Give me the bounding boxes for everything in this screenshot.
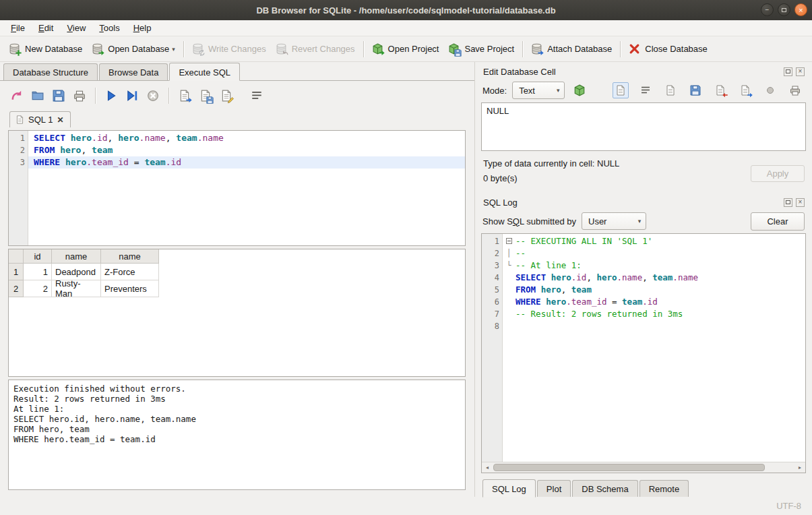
sql-editor-code: 1SELECT hero.id, hero.name, team.name2FR…: [9, 131, 465, 245]
open-database-button[interactable]: Open Database ▾: [87, 40, 180, 59]
tab-remote[interactable]: Remote: [639, 480, 689, 497]
tab-db-schema[interactable]: DB Schema: [572, 480, 637, 497]
word-wrap-icon[interactable]: [248, 87, 266, 104]
close-button[interactable]: ×: [794, 3, 807, 16]
close-database-label: Close Database: [645, 44, 708, 54]
code-text: FROM hero, team: [34, 145, 113, 155]
execution-message[interactable]: Execution finished without errors. Resul…: [8, 380, 466, 490]
results-cell[interactable]: Z-Force: [101, 264, 159, 280]
line-number: 7: [482, 308, 499, 320]
word-wrap-icon[interactable]: [637, 82, 654, 98]
minimize-button[interactable]: −: [761, 3, 774, 16]
menu-help[interactable]: Help: [127, 21, 158, 35]
save-sql-file-icon[interactable]: [50, 87, 67, 104]
results-column-header[interactable]: name: [101, 249, 159, 264]
tab-database-structure[interactable]: Database Structure: [3, 63, 98, 80]
results-row-number[interactable]: 2: [9, 280, 24, 297]
import-settings-icon[interactable]: [570, 82, 589, 99]
open-project-icon: [372, 43, 384, 55]
apply-button: Apply: [751, 165, 805, 182]
code-line[interactable]: 5FROM hero, team: [482, 284, 805, 296]
mode-select[interactable]: Text ▾: [512, 82, 565, 99]
close-tab-icon[interactable]: ✕: [57, 115, 63, 125]
code-line[interactable]: 1-- EXECUTING ALL IN 'SQL 1': [482, 235, 805, 247]
save-results-icon[interactable]: [197, 87, 214, 104]
code-text: -- Result: 2 rows returned in 3ms: [516, 309, 683, 319]
toolbar-separator: [168, 88, 169, 104]
open-sql-file-icon[interactable]: [29, 87, 46, 104]
set-null-icon[interactable]: [762, 82, 778, 98]
export-icon[interactable]: [737, 82, 753, 98]
code-text: -- EXECUTING ALL IN 'SQL 1': [516, 236, 652, 246]
results-column-header[interactable]: name: [52, 249, 101, 264]
scrollbar-track[interactable]: [493, 462, 794, 473]
results-cell[interactable]: 1: [24, 264, 52, 280]
float-glyph: [786, 200, 790, 204]
sql-editor[interactable]: 1SELECT hero.id, hero.name, team.name2FR…: [8, 130, 466, 246]
menu-edit[interactable]: Edit: [32, 21, 60, 35]
sql-log-view[interactable]: 1-- EXECUTING ALL IN 'SQL 1'2│--3└-- At …: [481, 233, 806, 473]
scroll-left-icon[interactable]: ◂: [482, 462, 493, 473]
code-line[interactable]: 2FROM hero, team: [9, 144, 465, 156]
close-panel-icon[interactable]: ×: [796, 67, 805, 76]
float-panel-icon[interactable]: [784, 198, 792, 207]
line-number: 1: [9, 132, 25, 144]
line-number: 6: [482, 296, 499, 308]
attach-database-button[interactable]: Attach Database: [526, 40, 617, 59]
tab-plot[interactable]: Plot: [537, 480, 571, 497]
code-line[interactable]: 3└-- At line 1:: [482, 260, 805, 272]
print-icon[interactable]: [787, 82, 803, 98]
encoding-indicator[interactable]: UTF-8: [776, 501, 801, 511]
code-line[interactable]: 8: [482, 320, 805, 332]
save-project-button[interactable]: Save Project: [443, 40, 519, 59]
tab-sql-log[interactable]: SQL Log: [482, 479, 536, 497]
code-line[interactable]: 3WHERE hero.team_id = team.id: [9, 156, 465, 169]
horizontal-scrollbar[interactable]: ◂ ▸: [482, 462, 805, 473]
new-database-button[interactable]: New Database: [4, 40, 87, 59]
results-cell[interactable]: Preventers: [101, 280, 159, 297]
print-icon[interactable]: [71, 87, 88, 104]
open-project-button[interactable]: Open Project: [367, 40, 444, 59]
text-mode-icon[interactable]: [613, 82, 629, 98]
close-panel-icon[interactable]: ×: [796, 198, 805, 207]
edit-sql-icon[interactable]: [218, 87, 235, 104]
import-icon[interactable]: [712, 82, 728, 98]
menu-view[interactable]: View: [60, 21, 92, 35]
table-row: 22Rusty-ManPreventers: [9, 280, 465, 297]
results-cell[interactable]: Rusty-Man: [52, 280, 101, 297]
code-line[interactable]: 7-- Result: 2 rows returned in 3ms: [482, 308, 805, 320]
results-grid[interactable]: idnamename11DeadpondZ-Force22Rusty-ManPr…: [8, 249, 466, 377]
titlebar[interactable]: DB Browser for SQLite - /home/user/code/…: [0, 0, 812, 20]
tab-browse-data[interactable]: Browse Data: [99, 63, 168, 80]
scrollbar-thumb[interactable]: [493, 464, 765, 471]
fold-marker-icon[interactable]: [504, 235, 513, 247]
new-tab-icon[interactable]: [8, 87, 26, 104]
cell-size-info: 0 byte(s): [483, 173, 751, 183]
maximize-button[interactable]: [778, 3, 790, 16]
results-cell[interactable]: 2: [24, 280, 52, 297]
submitted-by-select[interactable]: User ▾: [582, 212, 646, 230]
code-line[interactable]: 6WHERE hero.team_id = team.id: [482, 296, 805, 308]
open-results-icon[interactable]: [176, 87, 193, 104]
cell-editor[interactable]: NULL: [481, 102, 806, 151]
scroll-right-icon[interactable]: ▸: [794, 462, 805, 473]
open-database-label: Open Database: [108, 44, 169, 54]
copy-icon[interactable]: [662, 82, 679, 98]
sql-tab[interactable]: SQL 1 ✕: [9, 111, 71, 127]
code-line[interactable]: 2│--: [482, 247, 805, 260]
save-project-label: Save Project: [464, 44, 514, 54]
code-line[interactable]: 4SELECT hero.id, hero.name, team.name: [482, 272, 805, 284]
results-column-header[interactable]: id: [24, 249, 52, 264]
execute-current-line-icon[interactable]: [123, 87, 141, 104]
code-line[interactable]: 1SELECT hero.id, hero.name, team.name: [9, 132, 465, 144]
tab-execute-sql[interactable]: Execute SQL: [169, 63, 240, 81]
menu-file[interactable]: File: [4, 21, 32, 35]
float-panel-icon[interactable]: [784, 67, 792, 76]
clear-button[interactable]: Clear: [751, 212, 805, 231]
results-row-number[interactable]: 1: [9, 264, 24, 280]
execute-all-icon[interactable]: [102, 87, 120, 104]
save-icon[interactable]: [687, 82, 704, 98]
menu-tools[interactable]: Tools: [92, 21, 126, 35]
open-database-dropdown-icon[interactable]: ▾: [172, 46, 175, 53]
close-database-button[interactable]: Close Database: [624, 40, 712, 59]
